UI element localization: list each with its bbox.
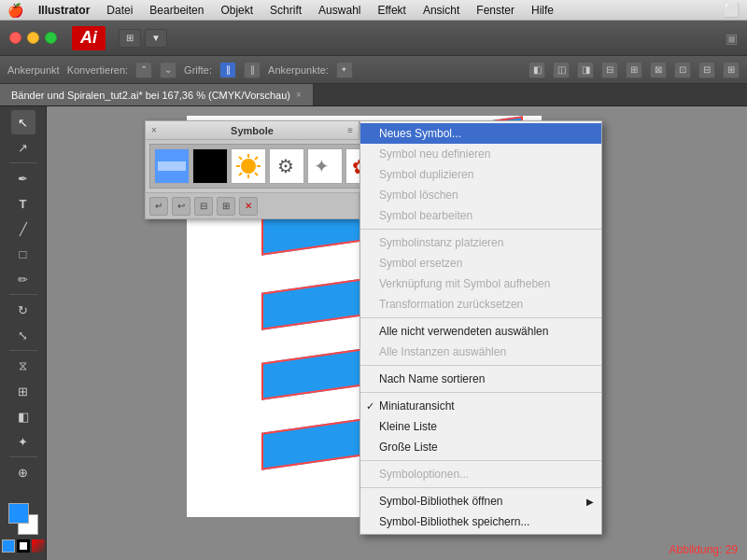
align-btn-3[interactable]: ◨ bbox=[577, 62, 594, 78]
ankerpunkte-label: Ankerpunkte: bbox=[268, 64, 329, 76]
menu-item-neues-symbol[interactable]: Neues Symbol... bbox=[360, 123, 601, 144]
symbols-grid: ⚙ ✦ ✿ bbox=[149, 144, 386, 189]
griffen-btn-1[interactable]: ∥ bbox=[219, 62, 236, 78]
tabbar: Bänder und Spiralen_tut2.ai* bei 167,36 … bbox=[0, 84, 747, 106]
distribute-btn-3[interactable]: ⊠ bbox=[650, 62, 667, 78]
tool-shape[interactable]: □ bbox=[11, 242, 35, 266]
distribute-btn-4[interactable]: ⊡ bbox=[674, 62, 691, 78]
griffen-btn-2[interactable]: ∥ bbox=[244, 62, 261, 78]
ankerpunkt-label: Ankerpunkt bbox=[7, 64, 60, 76]
menu-item-nach-name[interactable]: Nach Name sortieren bbox=[360, 369, 601, 389]
tool-mesh[interactable]: ⊞ bbox=[11, 379, 35, 403]
stroke-indicator[interactable] bbox=[17, 539, 30, 553]
svg-point-5 bbox=[241, 159, 256, 174]
tool-zoom[interactable]: ⊕ bbox=[11, 460, 35, 484]
menubar-item-schrift[interactable]: Schrift bbox=[262, 2, 309, 19]
tool-scale[interactable]: ⤡ bbox=[11, 323, 35, 347]
submenu-arrow-icon: ▶ bbox=[586, 497, 594, 507]
align-btn-2[interactable]: ◫ bbox=[553, 62, 570, 78]
delete-symbol-button[interactable]: ✕ bbox=[239, 197, 258, 216]
menubar-item-effekt[interactable]: Effekt bbox=[370, 2, 413, 19]
menu-item-grosse-liste[interactable]: Große Liste bbox=[360, 437, 601, 457]
symbol-item-4[interactable]: ✦ bbox=[307, 148, 343, 184]
menubar: 🍎 Illustrator Datei Bearbeiten Objekt Sc… bbox=[0, 0, 747, 21]
separator-4 bbox=[360, 392, 601, 393]
tool-blend[interactable]: ⧖ bbox=[11, 354, 35, 378]
replace-symbol-button[interactable]: ↩ bbox=[172, 197, 190, 216]
new-symbol-button[interactable]: ⊞ bbox=[217, 197, 235, 216]
separator-6 bbox=[360, 487, 601, 488]
distribute-btn-2[interactable]: ⊞ bbox=[626, 62, 642, 78]
convert-tool-1[interactable]: ⌃ bbox=[135, 62, 152, 78]
tab-close-button[interactable]: × bbox=[296, 90, 302, 100]
tool-rotate[interactable]: ↻ bbox=[11, 298, 35, 322]
menubar-item-datei[interactable]: Datei bbox=[99, 2, 140, 19]
tool-select[interactable]: ↖ bbox=[11, 110, 35, 134]
distribute-btn-6[interactable]: ⊞ bbox=[723, 62, 740, 78]
convert-tool-2[interactable]: ⌄ bbox=[160, 62, 176, 78]
menubar-item-ansicht[interactable]: Ansicht bbox=[416, 2, 467, 19]
symbol-item-0[interactable] bbox=[154, 148, 190, 184]
minimize-window-button[interactable] bbox=[27, 32, 39, 44]
panel-close-button[interactable]: × bbox=[151, 125, 157, 135]
svg-line-10 bbox=[239, 157, 242, 160]
tool-separator-4 bbox=[9, 456, 37, 457]
ai-logo: Ai bbox=[72, 26, 106, 50]
fill-indicator[interactable] bbox=[2, 539, 15, 553]
tool-line[interactable]: ╱ bbox=[11, 217, 35, 241]
place-symbol-button[interactable]: ↵ bbox=[149, 197, 168, 216]
menubar-item-bearbeiten[interactable]: Bearbeiten bbox=[142, 2, 211, 19]
menu-item-kleine-liste[interactable]: Kleine Liste bbox=[360, 416, 601, 437]
dropbox-icon: ⬜ bbox=[724, 3, 740, 18]
menu-item-symbol-neu-definieren: Symbol neu definieren bbox=[360, 144, 601, 164]
separator-2 bbox=[360, 317, 601, 318]
separator-1 bbox=[360, 229, 601, 230]
tool-type[interactable]: T bbox=[11, 191, 35, 216]
workspace: ↖ ↗ ✒ T ╱ □ ✏ ↻ ⤡ ⧖ ⊞ ◧ ✦ ⊕ bbox=[0, 106, 747, 560]
panel-menu-button[interactable]: ≡ bbox=[347, 125, 353, 135]
layout-icon[interactable]: ⊞ bbox=[119, 29, 141, 48]
close-window-button[interactable] bbox=[9, 32, 21, 44]
window-controls bbox=[9, 32, 57, 44]
menu-item-bibliothek-speichern[interactable]: Symbol-Bibliothek speichern... bbox=[360, 511, 601, 532]
ankerpunkte-btn-1[interactable]: ✦ bbox=[336, 62, 353, 78]
menu-item-alle-instanzen: Alle Instanzen auswählen bbox=[360, 342, 601, 362]
menu-item-bibliothek-oeffnen[interactable]: Symbol-Bibliothek öffnen ▶ bbox=[360, 491, 601, 511]
tool-pen[interactable]: ✒ bbox=[11, 166, 35, 190]
distribute-btn-5[interactable]: ⊟ bbox=[698, 62, 715, 78]
maximize-window-button[interactable] bbox=[45, 32, 57, 44]
distribute-btn-1[interactable]: ⊟ bbox=[601, 62, 618, 78]
panel-title: Symbole bbox=[231, 125, 274, 136]
griffe-label: Grifte: bbox=[184, 64, 212, 76]
none-indicator[interactable] bbox=[32, 539, 45, 553]
menubar-item-fenster[interactable]: Fenster bbox=[469, 2, 522, 19]
menubar-item-auswahl[interactable]: Auswahl bbox=[311, 2, 368, 19]
tool-direct-select[interactable]: ↗ bbox=[11, 135, 35, 160]
tab-title: Bänder und Spiralen_tut2.ai* bei 167,36 … bbox=[11, 90, 290, 101]
menu-item-symbolinstanz-platzieren: Symbolinstanz platzieren bbox=[360, 232, 601, 253]
menu-item-symbol-ersetzen: Symbol ersetzen bbox=[360, 253, 601, 273]
menu-item-symbol-bearbeiten: Symbol bearbeiten bbox=[360, 205, 601, 226]
symbol-item-3[interactable]: ⚙ bbox=[269, 148, 304, 184]
tool-gradient[interactable]: ◧ bbox=[11, 404, 35, 428]
titlebar: Ai ⊞ ▼ ▣ bbox=[0, 21, 747, 56]
tool-pencil[interactable]: ✏ bbox=[11, 267, 35, 291]
symbol-item-1[interactable] bbox=[192, 148, 228, 184]
menubar-item-objekt[interactable]: Objekt bbox=[213, 2, 261, 19]
svg-rect-1 bbox=[158, 161, 186, 171]
dropbox-toolbar-icon: ▣ bbox=[726, 31, 738, 46]
apple-menu[interactable]: 🍎 bbox=[7, 3, 23, 18]
menubar-item-hilfe[interactable]: Hilfe bbox=[524, 2, 561, 19]
menu-item-miniaturansicht[interactable]: ✓ Miniaturansicht bbox=[360, 396, 601, 416]
symbol-item-2[interactable] bbox=[231, 148, 266, 184]
tool-eyedropper[interactable]: ✦ bbox=[11, 429, 35, 454]
layout-dropdown[interactable]: ▼ bbox=[145, 29, 167, 48]
align-btn-1[interactable]: ◧ bbox=[529, 62, 545, 78]
menu-item-alle-nicht-verwendeten[interactable]: Alle nicht verwendeten auswählen bbox=[360, 321, 601, 342]
tool-separator-2 bbox=[9, 294, 37, 295]
menubar-item-illustrator[interactable]: Illustrator bbox=[31, 2, 97, 19]
document-tab[interactable]: Bänder und Spiralen_tut2.ai* bei 167,36 … bbox=[0, 84, 314, 105]
foreground-color-swatch[interactable] bbox=[8, 503, 29, 524]
checkmark-icon: ✓ bbox=[366, 400, 374, 413]
symbol-options-button[interactable]: ⊟ bbox=[194, 197, 213, 216]
